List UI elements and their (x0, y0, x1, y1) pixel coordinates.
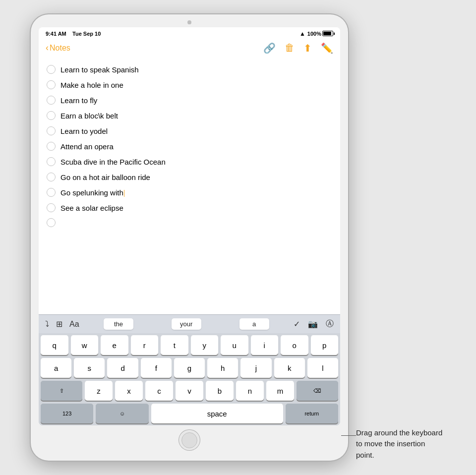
check-circle[interactable] (47, 96, 56, 105)
export-icon[interactable]: ⬆ (303, 42, 312, 54)
check-circle-empty (47, 218, 56, 227)
key-w[interactable]: w (71, 335, 99, 355)
key-f[interactable]: f (141, 358, 172, 378)
table-icon[interactable]: ⊞ (55, 318, 64, 330)
callout: Drag around the keyboard to move the ins… (356, 427, 445, 461)
item-text: Go spelunking with (60, 187, 332, 198)
key-p[interactable]: p (311, 335, 339, 355)
key-d[interactable]: d (107, 358, 138, 378)
share-icon[interactable]: 🔗 (263, 42, 276, 54)
back-chevron-icon: ‹ (46, 43, 49, 53)
list-item[interactable]: Go on a hot air balloon ride (47, 170, 332, 185)
nav-bar: ‹ Notes 🔗 🗑 ⬆ ✏️ (39, 40, 340, 58)
check-circle[interactable] (47, 203, 56, 212)
note-content[interactable]: Learn to speak SpanishMake a hole in one… (39, 58, 340, 315)
font-icon[interactable]: Aa (68, 319, 81, 330)
key-g[interactable]: g (174, 358, 205, 378)
item-text: Earn a bloc\k belt (60, 111, 332, 121)
key-b[interactable]: b (206, 381, 234, 401)
battery-bar (322, 31, 333, 36)
key-q[interactable]: q (41, 335, 68, 355)
key-m[interactable]: m (266, 381, 294, 401)
toolbar-right-icons: ✓ 📷 Ⓐ (292, 318, 335, 330)
key-shift[interactable]: ⇧ (41, 381, 82, 401)
status-time: 9:41 AM (46, 31, 66, 37)
check-circle[interactable] (47, 173, 56, 181)
trash-icon[interactable]: 🗑 (285, 42, 295, 54)
status-date: Tue Sep 10 (72, 31, 101, 37)
item-text: Go on a hot air balloon ride (60, 172, 332, 182)
key-return[interactable]: return (286, 404, 338, 423)
suggestion-your[interactable]: your (172, 318, 201, 330)
scene: 9:41 AM Tue Sep 10 ▲ 100% (31, 14, 445, 461)
status-time-date: 9:41 AM Tue Sep 10 (46, 31, 101, 37)
list-item[interactable]: Attend an opera (47, 139, 332, 154)
key-s[interactable]: s (74, 358, 105, 378)
status-right: ▲ 100% (299, 30, 333, 37)
key-r[interactable]: r (131, 335, 159, 355)
key-x[interactable]: x (115, 381, 143, 401)
checkmark-icon[interactable]: ✓ (292, 318, 301, 330)
back-label: Notes (50, 44, 70, 53)
item-text: Learn to speak Spanish (60, 64, 332, 75)
key-o[interactable]: o (281, 335, 308, 355)
item-text: Make a hole in one (60, 80, 332, 90)
list-item[interactable]: Learn to fly (47, 93, 332, 108)
list-item[interactable]: Learn to yodel (47, 123, 332, 139)
check-circle[interactable] (47, 65, 56, 74)
camera-icon[interactable]: 📷 (306, 318, 319, 330)
nav-actions: 🔗 🗑 ⬆ ✏️ (263, 42, 333, 54)
key-z[interactable]: z (85, 381, 113, 401)
item-text: Attend an opera (60, 141, 332, 152)
toolbar-suggestions: the your a (85, 318, 288, 330)
check-circle[interactable] (47, 142, 56, 151)
check-circle[interactable] (47, 188, 56, 197)
back-button[interactable]: ‹ Notes (46, 43, 70, 53)
check-circle[interactable] (47, 126, 56, 135)
key-l[interactable]: l (307, 358, 338, 378)
check-circle[interactable] (47, 80, 56, 89)
callout-text: Drag around the keyboard to move the ins… (356, 427, 445, 461)
ipad-screen: 9:41 AM Tue Sep 10 ▲ 100% (39, 27, 340, 426)
key-t[interactable]: t (161, 335, 188, 355)
key-emoji[interactable]: ☺ (96, 404, 148, 423)
battery-fill (323, 32, 331, 35)
key-k[interactable]: k (274, 358, 305, 378)
key-numbers[interactable]: 123 (41, 404, 93, 423)
list-item[interactable]: Earn a bloc\k belt (47, 108, 332, 123)
check-circle[interactable] (47, 111, 56, 120)
list-item[interactable]: Learn to speak Spanish (47, 62, 332, 77)
format-icon[interactable]: ⤵ (44, 319, 51, 330)
key-v[interactable]: v (176, 381, 203, 401)
list-item[interactable]: See a solar eclipse (47, 200, 332, 216)
key-n[interactable]: n (236, 381, 264, 401)
key-c[interactable]: c (145, 381, 173, 401)
item-text: See a solar eclipse (60, 203, 332, 213)
key-delete[interactable]: ⌫ (297, 381, 338, 401)
keyboard-row-4: 123 ☺ space return (41, 404, 338, 423)
compose-icon[interactable]: ✏️ (321, 42, 333, 54)
list-item[interactable]: Scuba dive in the Pacific Ocean (47, 154, 332, 170)
suggestion-a[interactable]: a (239, 318, 269, 330)
key-e[interactable]: e (101, 335, 128, 355)
key-j[interactable]: j (240, 358, 271, 378)
list-item[interactable]: Go spelunking with (47, 185, 332, 200)
list-item[interactable]: Make a hole in one (47, 77, 332, 93)
key-i[interactable]: i (251, 335, 279, 355)
key-space[interactable]: space (151, 404, 283, 423)
item-text: Learn to yodel (60, 126, 332, 136)
key-h[interactable]: h (207, 358, 238, 378)
suggestion-the[interactable]: the (104, 318, 133, 330)
keyboard-toolbar: ⤵ ⊞ Aa the your a ✓ 📷 Ⓐ (39, 314, 340, 333)
at-icon[interactable]: Ⓐ (324, 318, 335, 330)
home-button[interactable] (178, 429, 200, 451)
text-cursor (124, 190, 125, 197)
battery-indicator: 100% (307, 31, 333, 37)
battery-percentage: 100% (307, 31, 321, 37)
key-a[interactable]: a (41, 358, 71, 378)
item-text: Scuba dive in the Pacific Ocean (60, 157, 332, 167)
key-y[interactable]: y (191, 335, 219, 355)
check-circle[interactable] (47, 157, 56, 166)
keyboard-area: ⤵ ⊞ Aa the your a ✓ 📷 Ⓐ (39, 314, 340, 425)
key-u[interactable]: u (221, 335, 248, 355)
